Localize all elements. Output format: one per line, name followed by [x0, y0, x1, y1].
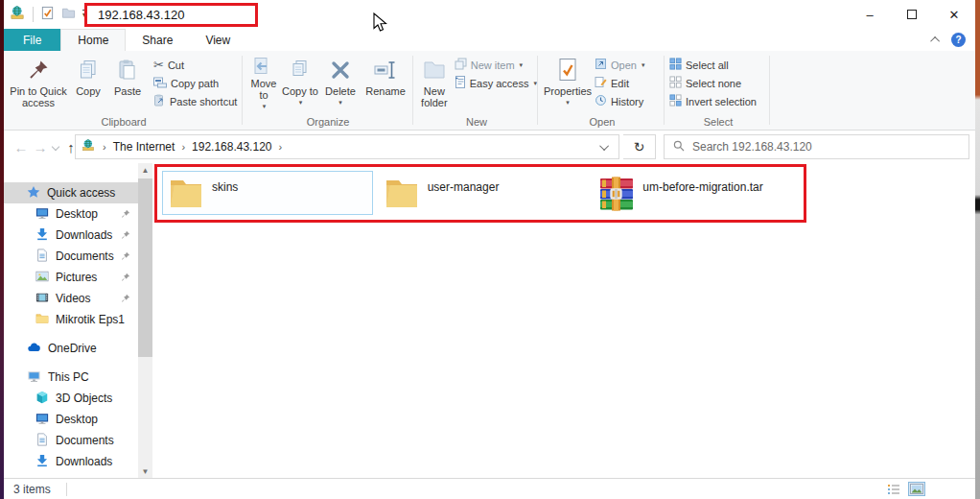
select-none-button[interactable]: Select none	[669, 74, 757, 92]
group-separator	[242, 56, 243, 125]
file-tile-um-before-migration[interactable]: um-before-migration.tar	[593, 171, 804, 215]
new-item-button[interactable]: New item▾	[455, 56, 537, 74]
address-dropdown-caret[interactable]	[599, 141, 609, 151]
breadcrumb-chevron: ›	[179, 141, 187, 153]
sidebar-item-downloads[interactable]: Downloads	[4, 225, 138, 246]
sidebar-label: This PC	[48, 370, 89, 384]
breadcrumb-the-internet[interactable]: The Internet	[113, 140, 175, 154]
sidebar-item-pictures[interactable]: Pictures	[4, 267, 138, 288]
sidebar-item-documents[interactable]: Documents	[4, 246, 138, 267]
file-list-area[interactable]: skins user-manager	[152, 163, 975, 478]
easy-access-label: Easy access	[470, 78, 529, 89]
paste-icon	[116, 54, 139, 85]
edit-label: Edit	[611, 78, 629, 89]
ribbon-group-new: New folder New item▾ Easy access▾	[416, 51, 537, 130]
search-input[interactable]	[692, 140, 932, 154]
copy-to-button[interactable]: Copy to▾	[282, 51, 318, 112]
sidebar-label: Videos	[56, 292, 90, 305]
copy-path-button[interactable]: Copy path	[153, 74, 237, 92]
explorer-window: ▾ 192.168.43.120 – ✕ File Home Share Vie…	[4, 0, 975, 499]
sidebar-label: Quick access	[47, 186, 115, 200]
invert-selection-button[interactable]: Invert selection	[669, 92, 757, 110]
edit-icon	[595, 76, 607, 90]
copy-button[interactable]: Copy	[69, 51, 107, 112]
close-button[interactable]: ✕	[933, 0, 975, 29]
sidebar-item-videos[interactable]: Videos	[4, 288, 138, 309]
tab-home[interactable]: Home	[60, 29, 126, 51]
open-button[interactable]: Open▾	[595, 56, 644, 74]
sidebar-label: Documents	[56, 250, 114, 263]
forward-button[interactable]: →	[31, 131, 50, 163]
address-bar[interactable]: › The Internet › 192.168.43.120 ›	[75, 134, 619, 159]
paste-button[interactable]: Paste	[107, 51, 148, 112]
scroll-up-icon[interactable]: ▲	[138, 163, 152, 177]
history-button[interactable]: History	[595, 92, 644, 110]
select-all-button[interactable]: Select all	[669, 56, 757, 74]
file-tile-user-manager[interactable]: user-manager	[378, 171, 589, 215]
pin-to-quick-access-button[interactable]: Pin to Quick access	[8, 51, 69, 112]
easy-access-button[interactable]: Easy access▾	[455, 74, 537, 92]
group-label-open: Open	[541, 116, 664, 128]
sidebar-label: Desktop	[56, 413, 98, 426]
items-count: 3 items	[13, 483, 51, 496]
copy-path-label: Copy path	[171, 78, 219, 89]
sidebar-item-3d-objects[interactable]: 3D Objects	[4, 388, 138, 409]
back-button[interactable]: ←	[12, 131, 31, 163]
qat-properties-icon[interactable]	[40, 6, 55, 23]
sidebar-label: Desktop	[56, 207, 98, 221]
help-icon[interactable]: ?	[951, 33, 966, 47]
maximize-button[interactable]	[891, 0, 933, 29]
sidebar-item-desktop[interactable]: Desktop	[4, 203, 138, 225]
dropdown-caret: ▾	[299, 97, 303, 108]
tab-view[interactable]: View	[189, 29, 246, 51]
history-icon	[595, 94, 607, 108]
easy-access-icon	[455, 76, 466, 90]
rename-button[interactable]: Rename	[362, 51, 408, 112]
recent-locations-caret[interactable]	[50, 131, 61, 163]
star-icon	[27, 185, 40, 202]
document-icon	[35, 249, 49, 265]
qat-new-folder-icon[interactable]	[61, 6, 76, 23]
breadcrumb-host[interactable]: 192.168.43.120	[192, 140, 271, 154]
edit-button[interactable]: Edit	[595, 74, 644, 92]
properties-label: Properties	[544, 85, 592, 97]
move-to-button[interactable]: Move to▾	[245, 51, 282, 112]
new-folder-button[interactable]: New folder	[416, 51, 453, 112]
paste-shortcut-button[interactable]: Paste shortcut	[153, 92, 237, 110]
details-view-button[interactable]	[885, 482, 902, 496]
tab-file[interactable]: File	[4, 29, 60, 51]
refresh-button[interactable]: ↻	[623, 134, 656, 159]
rename-label: Rename	[365, 85, 406, 97]
explorer-body: Quick access Desktop Downloads Documents…	[4, 163, 975, 478]
sidebar-item-pc-desktop[interactable]: Desktop	[4, 409, 138, 430]
winrar-archive-icon	[599, 177, 634, 214]
large-icons-view-button[interactable]	[908, 482, 925, 496]
sidebar-item-pc-documents[interactable]: Documents	[4, 430, 138, 451]
delete-button[interactable]: Delete ▾	[318, 51, 362, 112]
delete-label: Delete	[325, 85, 356, 97]
scroll-down-icon[interactable]: ▼	[138, 464, 152, 478]
download-arrow-icon	[35, 227, 49, 244]
sidebar-item-onedrive[interactable]: OneDrive	[4, 338, 138, 359]
invert-selection-icon	[669, 94, 682, 108]
sidebar-item-quick-access[interactable]: Quick access	[4, 182, 138, 203]
sidebar-scrollbar[interactable]: ▲ ▼	[138, 163, 152, 478]
properties-button[interactable]: Properties ▾	[541, 51, 595, 112]
tab-share[interactable]: Share	[126, 29, 189, 51]
sidebar-item-pc-downloads[interactable]: Downloads	[4, 451, 138, 472]
scrollbar-thumb[interactable]	[138, 178, 152, 357]
group-separator	[664, 56, 665, 125]
ribbon-tab-row: File Home Share View ?	[4, 29, 975, 51]
sidebar-item-mikrotik-eps1[interactable]: Mikrotik Eps1	[4, 309, 138, 330]
dropdown-caret: ▾	[566, 97, 570, 108]
window-controls: – ✕	[849, 0, 975, 29]
folder-icon	[35, 312, 49, 328]
minimize-button[interactable]: –	[849, 0, 891, 29]
cut-button[interactable]: ✂ Cut	[153, 56, 237, 74]
group-separator	[537, 56, 538, 125]
sidebar-item-this-pc[interactable]: This PC	[4, 367, 138, 388]
collapse-ribbon-icon[interactable]	[930, 36, 940, 46]
file-tile-skins[interactable]: skins	[162, 171, 373, 215]
download-arrow-icon	[35, 454, 49, 470]
monitor-icon	[27, 369, 41, 386]
